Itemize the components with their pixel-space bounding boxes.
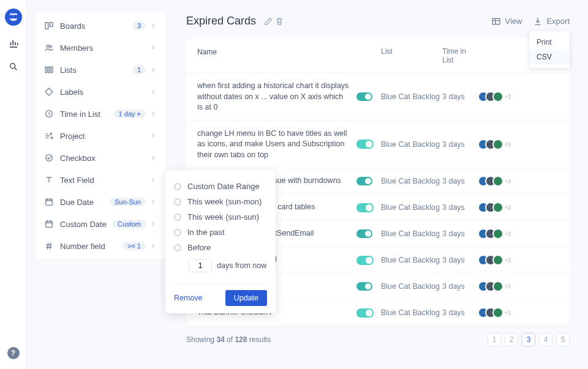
days-input[interactable] xyxy=(189,259,212,272)
calendar-icon xyxy=(44,197,54,207)
view-button[interactable]: View xyxy=(491,17,522,26)
filter-label: Lists xyxy=(60,65,132,75)
filter-label: Text Field xyxy=(60,176,149,185)
trash-icon[interactable] xyxy=(274,17,284,26)
update-button[interactable]: Update xyxy=(225,290,267,306)
row-toggle[interactable] xyxy=(356,140,374,149)
filter-badge: 3 xyxy=(132,21,146,30)
svg-point-0 xyxy=(10,64,15,69)
filters-sidebar: Boards 3 Members Lists 1 Labels Time in … xyxy=(27,0,174,369)
analytics-icon[interactable] xyxy=(8,38,19,49)
row-toggle[interactable] xyxy=(356,92,372,101)
card-time: 3 days xyxy=(442,140,478,149)
svg-point-3 xyxy=(47,45,49,47)
page-5[interactable]: 5 xyxy=(556,333,570,346)
avatar-overflow: +2 xyxy=(505,141,511,147)
page-1[interactable]: 1 xyxy=(488,333,501,346)
option-this-week-sun-mon[interactable]: This week (sun-mon) xyxy=(174,194,267,209)
card-list: Blue Cat Backlog xyxy=(381,203,442,212)
card-members: +2 xyxy=(478,176,514,187)
filter-label: Number field xyxy=(60,242,123,251)
avatar-overflow: +2 xyxy=(505,310,511,316)
card-time: 3 days xyxy=(442,229,478,238)
filter-labels[interactable]: Labels xyxy=(36,81,165,103)
filter-custom-date[interactable]: Custom Date Custom xyxy=(36,213,165,235)
filter-members[interactable]: Members xyxy=(36,37,165,59)
col-name-header: Name xyxy=(197,47,356,64)
boards-icon xyxy=(44,21,54,31)
filter-text-field[interactable]: Text Field xyxy=(36,169,165,191)
card-members: +2 xyxy=(478,202,514,213)
card-time: 3 days xyxy=(442,177,478,185)
svg-rect-2 xyxy=(50,23,53,27)
app-logo[interactable] xyxy=(5,9,22,26)
radio-icon xyxy=(174,229,181,236)
svg-point-4 xyxy=(50,45,51,47)
option-this-week-sun-sun[interactable]: This week (sun-sun) xyxy=(174,209,267,225)
card-members: +2 xyxy=(478,91,514,102)
card-name: change LH menu in BC to have titles as w… xyxy=(197,129,356,161)
card-list: Blue Cat Backlog xyxy=(381,140,442,149)
card-time: 3 days xyxy=(442,256,478,264)
filter-time-in-list[interactable]: Time in List 1 day + xyxy=(36,103,165,125)
help-icon[interactable]: ? xyxy=(7,347,20,359)
card-list: Blue Cat Backlog xyxy=(381,177,442,185)
filter-label: Due Date xyxy=(60,198,110,207)
remove-button[interactable]: Remove xyxy=(174,294,203,302)
table-row[interactable]: change LH menu in BC to have titles as w… xyxy=(186,121,570,169)
avatar-overflow: +2 xyxy=(505,94,511,100)
export-option-csv[interactable]: CSV xyxy=(529,50,570,64)
filter-checkbox[interactable]: Checkbox xyxy=(36,147,165,169)
filter-badge: Custom xyxy=(113,220,146,228)
page-3[interactable]: 3 xyxy=(522,333,535,346)
avatar-overflow: +2 xyxy=(505,283,511,289)
row-toggle[interactable] xyxy=(356,256,374,265)
export-button[interactable]: Export xyxy=(533,17,570,26)
view-label: View xyxy=(505,17,522,26)
card-members: +2 xyxy=(478,139,514,150)
calendar-icon xyxy=(44,219,54,229)
card-members: +2 xyxy=(478,228,514,239)
radio-icon xyxy=(174,214,181,221)
row-toggle[interactable] xyxy=(356,203,374,212)
filter-label: Project xyxy=(60,132,149,141)
page-2[interactable]: 2 xyxy=(505,333,518,346)
filter-boards[interactable]: Boards 3 xyxy=(36,15,165,37)
days-from-now-row: days from now xyxy=(174,255,267,277)
filter-due-date[interactable]: Due Date Sun-Sun xyxy=(36,191,165,213)
filter-label: Members xyxy=(60,43,149,53)
search-icon[interactable] xyxy=(8,61,19,72)
row-toggle[interactable] xyxy=(356,282,372,291)
chevron-right-icon xyxy=(149,132,157,140)
col-time-header: Time in List xyxy=(442,47,478,64)
number-icon xyxy=(44,241,54,251)
export-option-print[interactable]: Print xyxy=(529,35,570,50)
option-custom-range[interactable]: Custom Date Range xyxy=(174,179,267,194)
row-toggle[interactable] xyxy=(356,177,372,185)
filter-number-field[interactable]: Number field >= 1 xyxy=(36,235,165,257)
avatar-overflow: +2 xyxy=(505,231,511,237)
popover-actions: Remove Update xyxy=(174,283,267,306)
filter-list: Boards 3 Members Lists 1 Labels Time in … xyxy=(36,12,165,259)
results-text: Showing 34 of 128 results xyxy=(186,335,271,344)
option-before[interactable]: Before xyxy=(174,240,267,255)
table-icon xyxy=(491,17,501,26)
page-title: Expired Cards xyxy=(186,15,256,28)
card-time: 3 days xyxy=(442,308,478,317)
filter-badge: >= 1 xyxy=(123,242,146,250)
filter-project[interactable]: Project xyxy=(36,125,165,147)
page-4[interactable]: 4 xyxy=(539,333,552,346)
avatar xyxy=(492,91,503,102)
radio-icon xyxy=(174,183,181,190)
chevron-right-icon xyxy=(149,22,157,29)
filter-label: Labels xyxy=(60,88,149,97)
row-toggle[interactable] xyxy=(356,308,374,318)
chevron-right-icon xyxy=(149,66,157,73)
filter-badge: 1 day + xyxy=(114,110,146,118)
edit-icon[interactable] xyxy=(263,17,273,26)
option-in-the-past[interactable]: In the past xyxy=(174,225,267,240)
row-toggle[interactable] xyxy=(356,229,372,238)
card-list: Blue Cat Backlog xyxy=(381,282,442,291)
table-row[interactable]: when first adding a historical chart it … xyxy=(186,73,570,121)
filter-lists[interactable]: Lists 1 xyxy=(36,59,165,81)
